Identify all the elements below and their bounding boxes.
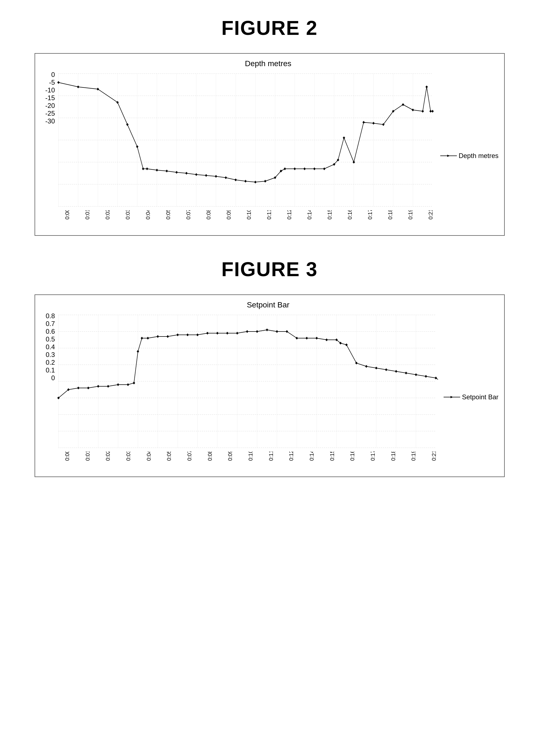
x-axis-label: 0:00:00 [57, 210, 72, 230]
svg-marker-55 [343, 136, 345, 139]
svg-marker-66 [431, 110, 434, 113]
svg-marker-111 [176, 333, 179, 336]
svg-marker-58 [372, 122, 375, 125]
svg-marker-42 [234, 179, 237, 181]
figure2-svg [57, 71, 435, 209]
y-axis-label: -5 [38, 79, 55, 86]
svg-marker-39 [205, 174, 207, 177]
figure2-title: FIGURE 2 [221, 17, 318, 39]
svg-marker-104 [127, 383, 129, 386]
svg-marker-102 [107, 385, 109, 388]
figure2-chart-title: Depth metres [38, 59, 499, 68]
y-axis-label: 0.6 [38, 328, 55, 335]
svg-marker-62 [412, 109, 414, 111]
svg-marker-38 [195, 173, 197, 176]
figure3-legend: Setpoint Bar [444, 393, 499, 401]
figure2-legend: Depth metres [440, 152, 499, 160]
svg-marker-49 [293, 167, 296, 170]
figure3-svg [57, 312, 438, 451]
y-axis-label: -15 [38, 94, 55, 102]
y-axis-label: 0.4 [38, 343, 55, 351]
svg-marker-30 [126, 123, 128, 126]
svg-marker-142 [450, 396, 453, 398]
x-axis-label: 0:00:00 [57, 452, 72, 471]
svg-marker-44 [254, 181, 256, 184]
svg-marker-61 [402, 103, 404, 106]
svg-marker-41 [225, 176, 227, 179]
svg-marker-27 [77, 86, 79, 88]
svg-marker-136 [415, 373, 417, 376]
svg-marker-132 [375, 367, 377, 370]
svg-marker-48 [283, 167, 286, 170]
y-axis-label: -25 [38, 110, 55, 117]
svg-marker-32 [142, 167, 144, 170]
svg-marker-120 [266, 328, 268, 331]
svg-marker-35 [165, 170, 168, 172]
svg-marker-110 [167, 335, 169, 338]
svg-marker-133 [385, 368, 387, 371]
svg-marker-64 [425, 86, 428, 88]
svg-marker-137 [424, 375, 427, 378]
svg-marker-108 [147, 337, 149, 340]
figure3-y-axis: 0.80.70.60.50.40.30.20.10 [38, 312, 57, 382]
svg-marker-131 [365, 365, 367, 368]
y-axis-label: 0.1 [38, 366, 55, 374]
svg-marker-138 [434, 377, 437, 379]
svg-marker-130 [355, 362, 357, 365]
figure2-chart-container: Depth metres 0-5-10-15-20-25-30 0:00:000… [35, 53, 505, 236]
figure3-chart-title: Setpoint Bar [38, 300, 499, 309]
svg-marker-126 [325, 338, 328, 341]
svg-marker-51 [313, 167, 316, 170]
svg-marker-112 [186, 333, 189, 336]
svg-marker-106 [137, 350, 139, 353]
svg-marker-100 [87, 386, 89, 389]
svg-marker-43 [244, 180, 247, 183]
svg-marker-26 [57, 81, 60, 84]
svg-marker-116 [226, 332, 228, 335]
svg-marker-117 [236, 332, 238, 335]
svg-marker-119 [256, 330, 258, 333]
figure2-y-axis: 0-5-10-15-20-25-30 [38, 71, 57, 125]
figure3-legend-label: Setpoint Bar [462, 393, 499, 401]
figure2-legend-label: Depth metres [459, 152, 499, 160]
svg-marker-37 [185, 172, 188, 175]
svg-marker-56 [352, 161, 355, 164]
svg-marker-122 [285, 330, 288, 333]
svg-marker-114 [206, 332, 208, 335]
y-axis-label: 0 [38, 71, 55, 79]
y-axis-label: 0.5 [38, 335, 55, 343]
svg-marker-31 [136, 145, 138, 148]
svg-marker-124 [305, 337, 308, 340]
y-axis-label: 0.3 [38, 351, 55, 359]
y-axis-label: -10 [38, 86, 55, 94]
svg-marker-34 [155, 169, 158, 172]
svg-marker-99 [77, 386, 79, 389]
y-axis-label: -30 [38, 117, 55, 125]
svg-marker-40 [215, 175, 217, 178]
svg-marker-125 [315, 337, 318, 340]
svg-marker-129 [345, 343, 347, 346]
y-axis-label: -20 [38, 102, 55, 110]
svg-marker-109 [157, 335, 159, 338]
figure3-title: FIGURE 3 [221, 258, 318, 281]
svg-marker-52 [323, 167, 326, 170]
svg-marker-68 [447, 155, 450, 157]
svg-marker-105 [132, 381, 135, 384]
svg-marker-121 [276, 330, 278, 333]
svg-marker-113 [196, 333, 198, 336]
svg-marker-103 [117, 383, 119, 386]
svg-marker-118 [246, 330, 248, 333]
svg-marker-33 [146, 167, 148, 170]
svg-marker-107 [140, 337, 143, 340]
y-axis-label: 0.8 [38, 312, 55, 320]
svg-marker-63 [422, 110, 424, 113]
svg-marker-123 [295, 337, 298, 340]
svg-marker-50 [303, 167, 306, 170]
svg-marker-57 [362, 121, 365, 124]
y-axis-label: 0.7 [38, 320, 55, 328]
y-axis-label: 0.2 [38, 359, 55, 366]
svg-marker-115 [216, 332, 218, 335]
svg-marker-134 [395, 370, 397, 373]
figure3-chart-container: Setpoint Bar 0.80.70.60.50.40.30.20.10 0… [35, 294, 505, 477]
svg-marker-29 [116, 101, 118, 104]
